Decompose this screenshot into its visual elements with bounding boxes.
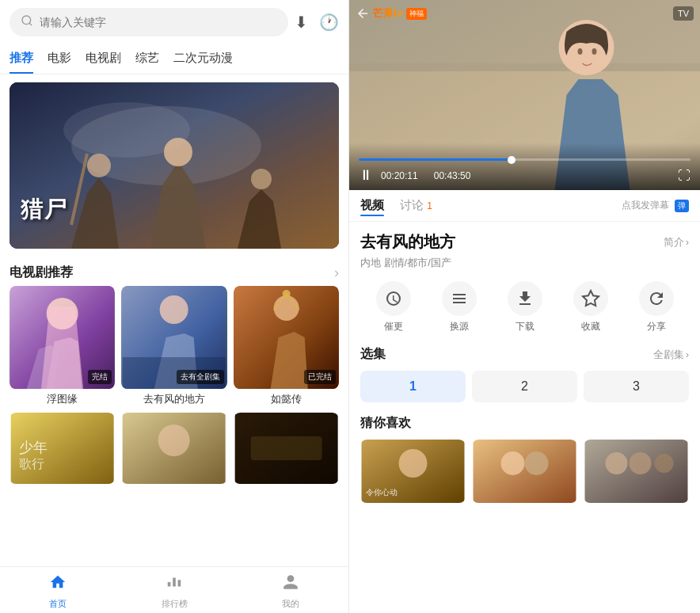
video-controls: ⏸ 00:20:11 00:43:50 ⛶	[349, 143, 700, 190]
episode-title: 选集	[360, 346, 386, 363]
show-tags: 内地 剧情/都市/国产	[360, 256, 689, 270]
banner[interactable]: 猎尸	[10, 82, 339, 249]
nav-tabs: 推荐 电影 电视剧 综艺 二次元动漫	[0, 44, 348, 74]
drama-card-quyoufeng[interactable]: 去有全剧集 去有风的地方	[121, 286, 226, 406]
tab-movie[interactable]: 电影	[48, 44, 71, 74]
rec-card-3-img	[584, 440, 689, 503]
ranking-icon	[165, 573, 183, 596]
controls-row: ⏸ 00:20:11 00:43:50 ⛶	[359, 167, 690, 184]
drama-card-1-name: 浮图缘	[10, 392, 115, 406]
rec-card-1-img: 令你心动	[360, 440, 466, 503]
huanyuan-label: 换源	[450, 320, 469, 333]
drama-card-fuyuan[interactable]: 完结 浮图缘	[10, 286, 115, 406]
right-panel: 芒果tv 神福 TV ⏸ 00:20:11 00:43:50 ⛶ 视频	[348, 0, 700, 613]
drama-card-1-badge: 完结	[88, 370, 112, 384]
svg-point-28	[578, 48, 583, 55]
svg-rect-23	[250, 436, 321, 460]
svg-point-12	[160, 295, 188, 324]
drama-card-5-img	[121, 413, 226, 484]
action-cuigeng[interactable]: 催更	[376, 281, 411, 333]
episode-3-btn[interactable]: 3	[584, 371, 689, 402]
nav-profile-label: 我的	[282, 598, 299, 610]
svg-point-6	[164, 138, 192, 166]
drama-section-more[interactable]: ›	[334, 265, 339, 281]
header-icons: ⬇ 🕐	[295, 13, 339, 32]
recommend-card-1[interactable]: 令你心动	[360, 440, 466, 506]
svg-text:令你心动: 令你心动	[366, 488, 398, 497]
tab-variety[interactable]: 综艺	[135, 44, 159, 74]
drama-card-4[interactable]: 少年 歌行	[10, 413, 115, 487]
share-icon	[639, 281, 674, 316]
huanyuan-icon	[442, 281, 477, 316]
recommend-card-3[interactable]	[584, 440, 689, 506]
download-icon-action	[508, 281, 542, 316]
drama-card-ruyi[interactable]: 已完结 如懿传	[234, 286, 339, 406]
action-favorite[interactable]: 收藏	[573, 281, 608, 333]
fullscreen-button[interactable]: ⛶	[678, 169, 690, 183]
danmu-icon: 弹	[675, 200, 689, 212]
svg-rect-34	[474, 440, 576, 503]
recommend-section: 猜你喜欢 令你心动	[360, 415, 689, 506]
tab-discussion[interactable]: 讨论 1	[400, 198, 432, 213]
pause-button[interactable]: ⏸	[359, 167, 373, 184]
show-title: 去有风的地方	[360, 231, 455, 253]
drama-card-6[interactable]	[234, 413, 339, 487]
drama-card-2-badge: 去有全剧集	[177, 370, 224, 384]
recommend-title: 猜你喜欢	[360, 415, 689, 432]
svg-point-0	[22, 16, 31, 25]
danmu-button[interactable]: 点我发弹幕 弹	[622, 199, 689, 212]
drama-card-4-img: 少年 歌行	[10, 413, 115, 484]
recommend-card-2[interactable]	[472, 440, 577, 506]
favorite-label: 收藏	[581, 320, 600, 333]
intro-link[interactable]: 简介 ›	[664, 235, 689, 249]
svg-point-40	[655, 454, 674, 473]
history-icon[interactable]: 🕐	[319, 13, 339, 32]
episode-1-btn[interactable]: 1	[360, 371, 466, 402]
svg-point-38	[606, 452, 628, 474]
video-player[interactable]: 芒果tv 神福 TV ⏸ 00:20:11 00:43:50 ⛶	[349, 0, 700, 190]
current-time: 00:20:11	[381, 170, 418, 181]
download-icon[interactable]: ⬇	[295, 13, 308, 32]
show-title-row: 去有风的地方 简介 ›	[360, 231, 689, 253]
episode-2-btn[interactable]: 2	[472, 371, 577, 402]
drama-card-6-img	[234, 413, 339, 484]
svg-text:少年: 少年	[19, 440, 48, 455]
share-label: 分享	[647, 320, 666, 333]
nav-ranking[interactable]: 排行榜	[116, 573, 233, 610]
search-icon	[21, 14, 33, 30]
ctrl-left: ⏸ 00:20:11 00:43:50	[359, 167, 470, 184]
episode-section: 选集 全剧集 › 1 2 3	[360, 346, 689, 402]
tab-video[interactable]: 视频	[360, 198, 384, 213]
drama-card-2-name: 去有风的地方	[121, 392, 226, 406]
svg-text:歌行: 歌行	[19, 457, 44, 470]
svg-point-29	[592, 48, 597, 55]
meta-tabs-bar: 视频 讨论 1 点我发弹幕 弹	[349, 190, 700, 222]
progress-bar[interactable]	[359, 158, 690, 161]
svg-point-16	[282, 290, 290, 298]
tab-tv[interactable]: 电视剧	[86, 44, 121, 74]
tab-anime[interactable]: 二次元动漫	[173, 44, 233, 74]
cuigeng-icon	[376, 281, 411, 316]
download-label: 下载	[515, 320, 535, 333]
action-huanyuan[interactable]: 换源	[442, 281, 477, 333]
discussion-count: 1	[427, 200, 432, 211]
back-arrow-icon[interactable]	[356, 6, 370, 21]
svg-marker-30	[583, 291, 599, 306]
drama-cards-row: 完结 浮图缘	[0, 286, 348, 406]
search-input-wrap[interactable]	[10, 8, 288, 36]
tv-icon[interactable]: TV	[673, 6, 694, 21]
nav-ranking-label: 排行榜	[162, 598, 188, 610]
episode-header: 选集 全剧集 ›	[360, 346, 689, 363]
search-input[interactable]	[40, 16, 277, 29]
drama-card-3-badge: 已完结	[304, 370, 336, 384]
drama-section-header: 电视剧推荐 ›	[0, 257, 348, 286]
tab-recommend[interactable]: 推荐	[10, 44, 33, 74]
action-share[interactable]: 分享	[639, 281, 674, 333]
search-bar: ⬇ 🕐	[0, 0, 348, 44]
drama-card-5[interactable]	[121, 413, 226, 487]
rec-card-2-img	[472, 440, 577, 503]
episode-all-link[interactable]: 全剧集 ›	[653, 348, 689, 362]
nav-profile[interactable]: 我的	[232, 573, 348, 610]
nav-home[interactable]: 首页	[0, 573, 116, 610]
action-download[interactable]: 下载	[508, 281, 542, 333]
